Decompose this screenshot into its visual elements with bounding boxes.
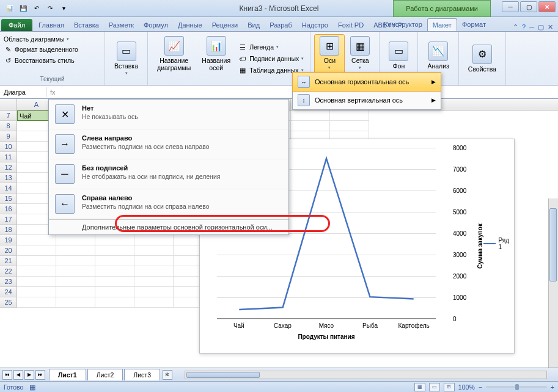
workbook-restore-icon[interactable]: ▢ (538, 23, 544, 31)
excel-icon[interactable]: 📊 (4, 2, 16, 15)
cell[interactable] (95, 297, 134, 308)
cell[interactable] (134, 297, 174, 308)
cell[interactable] (95, 266, 134, 277)
cell[interactable] (56, 235, 95, 245)
data-labels-button[interactable]: 🏷Подписи данных▾ (236, 53, 306, 64)
row-header[interactable]: 10 (0, 142, 17, 152)
macro-record-icon[interactable]: ▦ (29, 383, 35, 391)
chart-element-selector[interactable]: Область диаграммы▾ (4, 34, 101, 44)
cell[interactable] (17, 287, 56, 297)
zoom-slider[interactable] (486, 386, 547, 388)
sheet-tab[interactable]: Лист2 (87, 369, 123, 380)
cell[interactable] (134, 277, 174, 287)
row-header[interactable]: 12 (0, 162, 17, 173)
cell[interactable] (17, 245, 56, 256)
zoom-in-button[interactable]: + (551, 383, 554, 391)
cell[interactable] (17, 297, 56, 308)
ribbon-minimize-icon[interactable]: ⌃ (513, 23, 518, 31)
workbook-close-icon[interactable]: ✕ (548, 23, 553, 31)
sheet-nav-next[interactable]: ▶ (24, 370, 34, 380)
row-header[interactable]: 16 (0, 204, 17, 214)
qat-custom-icon[interactable]: ▾ (57, 2, 70, 15)
row-header[interactable]: 13 (0, 173, 17, 183)
tab-developer[interactable]: Разраб (265, 19, 297, 31)
name-box[interactable]: Диагра (0, 87, 46, 97)
tab-chart-layout[interactable]: Макет (427, 18, 457, 31)
cell[interactable] (291, 111, 330, 121)
tab-view[interactable]: Вид (243, 19, 265, 31)
undo-icon[interactable]: ↶ (31, 2, 43, 15)
tab-layout[interactable]: Разметк (104, 19, 139, 31)
select-all-corner[interactable] (0, 99, 17, 110)
row-header[interactable]: 7 (0, 111, 17, 121)
row-header[interactable]: 14 (0, 183, 17, 194)
file-tab[interactable]: Файл (1, 19, 32, 31)
row-header[interactable]: 9 (0, 131, 17, 142)
submenu-vertical-axis[interactable]: ↕ Основная вертикальная ось ▶ (293, 91, 441, 109)
cell[interactable] (56, 277, 95, 287)
cell[interactable] (291, 121, 330, 131)
sheet-nav-prev[interactable]: ◀ (13, 370, 23, 380)
tab-insert[interactable]: Вставка (69, 19, 104, 31)
axis-option-rtl[interactable]: ← Справа налево Разместить подписи на ос… (49, 189, 288, 219)
save-icon[interactable]: 💾 (17, 2, 29, 15)
cell[interactable] (134, 287, 174, 297)
scroll-thumb[interactable] (549, 208, 557, 281)
cell[interactable] (95, 277, 134, 287)
sheet-tab[interactable]: Лист1 (49, 369, 86, 380)
row-header[interactable]: 11 (0, 152, 17, 162)
tab-format[interactable]: Формат (457, 18, 491, 31)
cell[interactable] (134, 245, 174, 256)
cell[interactable] (95, 256, 134, 266)
row-header[interactable]: 20 (0, 245, 17, 256)
cell[interactable] (95, 245, 134, 256)
row-header[interactable]: 23 (0, 277, 17, 287)
vertical-scrollbar[interactable] (548, 198, 558, 392)
tab-addins[interactable]: Надстро (297, 19, 333, 31)
page-break-view-button[interactable]: ⊞ (444, 383, 455, 391)
cell[interactable] (56, 287, 95, 297)
submenu-horizontal-axis[interactable]: ↔ Основная горизонтальная ось ▶ (292, 72, 441, 92)
cell[interactable] (95, 235, 134, 245)
tab-foxit[interactable]: Foxit PD (333, 19, 369, 31)
cell[interactable] (56, 256, 95, 266)
minimize-button[interactable]: ─ (502, 1, 519, 12)
cell[interactable] (134, 266, 174, 277)
tab-formulas[interactable]: Формул (139, 19, 173, 31)
row-header[interactable]: 19 (0, 235, 17, 245)
zoom-out-button[interactable]: − (479, 383, 482, 391)
maximize-button[interactable]: ▢ (520, 1, 537, 12)
row-header[interactable]: 22 (0, 266, 17, 277)
redo-icon[interactable]: ↷ (44, 2, 56, 15)
new-sheet-button[interactable]: ✲ (163, 370, 172, 380)
cell[interactable] (17, 256, 56, 266)
row-header[interactable]: 17 (0, 214, 17, 225)
normal-view-button[interactable]: ▦ (414, 383, 425, 391)
insert-button[interactable]: ▭ Вставка▾ (109, 40, 144, 78)
cell[interactable] (134, 256, 174, 266)
scroll-thumb[interactable] (186, 372, 260, 378)
cell[interactable] (56, 266, 95, 277)
cell[interactable] (56, 297, 95, 308)
axis-option-nolabels[interactable]: ─ Без подписей Не отображать на оси ни п… (49, 159, 288, 189)
zoom-level[interactable]: 100% (458, 383, 475, 391)
chart-legend[interactable]: Ряд 1 (483, 237, 509, 250)
axis-option-ltr[interactable]: → Слева направо Разместить подписи на ос… (49, 129, 288, 159)
cell[interactable] (330, 111, 369, 121)
row-header[interactable]: 18 (0, 225, 17, 235)
reset-style-button[interactable]: ↺ Восстановить стиль (4, 55, 101, 66)
horizontal-scrollbar[interactable] (185, 371, 547, 379)
row-header[interactable]: 25 (0, 297, 17, 308)
page-layout-view-button[interactable]: ▭ (429, 383, 440, 391)
cell[interactable] (17, 235, 56, 245)
legend-button[interactable]: ☰Легенда▾ (236, 42, 306, 53)
help-icon[interactable]: ? (522, 23, 526, 31)
sheet-nav-first[interactable]: ⏮ (2, 370, 12, 380)
axis-titles-button[interactable]: 📊 Названия осей (196, 34, 236, 82)
cell[interactable] (56, 245, 95, 256)
axis-option-none[interactable]: ✕ Нет Не показывать ось (49, 100, 288, 129)
cell[interactable] (95, 287, 134, 297)
tab-review[interactable]: Рецензи (207, 19, 243, 31)
chart-title-button[interactable]: 📈 Название диаграммы (152, 34, 196, 82)
row-header[interactable]: 8 (0, 121, 17, 131)
